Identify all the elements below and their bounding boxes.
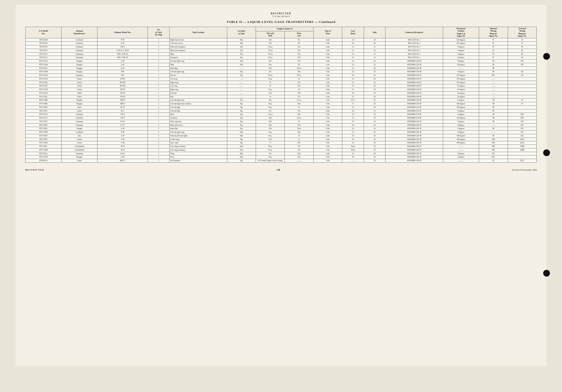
binding-dot-2 — [543, 149, 550, 156]
col-header-internal: InternalWiringDiagramFigure No. — [479, 27, 508, 38]
table-row: 8TJ13LCZGrummanF4F-3, F4F-3A1EmergencyTo… — [25, 56, 537, 59]
table-row: 8TJ17ADYEdoC-472Pontoon (left and right)… — [25, 134, 537, 138]
table-row: 8TJ13LXSLockheedP-381Left-front reserveS… — [25, 42, 537, 45]
table-row: 8TJ17AAKVulteeXP-541Forward.........18¼1… — [25, 91, 537, 95]
table-row: 8TJ17AABDouglasA-262MainSide4½₂26Cork3:2… — [25, 63, 537, 67]
table-row: 8TJ17ADLDouglasA-262Bomb BayTop10¾15¹₁₆C… — [25, 127, 537, 131]
col-header-recept: ReceptaclePositionAngle A inFigure 94 — [443, 27, 479, 38]
header-to-number: T. O. No. 05-55A-3 — [25, 15, 537, 18]
col-header-length: Length in Inches of — [256, 27, 314, 31]
table-row: 8TJ17AANGrummanF6F1ReserveTop13½₁₆16¹¹₁₆… — [25, 74, 537, 77]
table-row: 8TJ13LCYGrummanF4F-3, F4F-3A1MainTop13½₁… — [25, 52, 537, 56]
table-row: 8TJ17ACFCurtissSC-12Left and rightTop6¾8… — [25, 109, 537, 113]
table-row: 8TJ13LY8GrummanF4F-52Main and emergencyT… — [25, 45, 537, 49]
table-row: 8TJ18LAACurtissSB2C-21Fuel QuantityTop42… — [25, 159, 537, 163]
table-row: 8TJ17AGLGrummanF-6-F1WingSide6⅝18½Cork3:… — [25, 152, 537, 155]
col-header-airplane: AirplaneManufacturer — [61, 27, 97, 38]
col-header-float: FloatArm — [285, 31, 313, 38]
table-row: 8TJ17AADCurtissXP-621Left wing.........5… — [25, 77, 537, 81]
table-row: 8TJ17AACDouglasA-262Bomb Bay.........16¾… — [25, 67, 537, 70]
binding-dot-1 — [543, 53, 550, 60]
table-row: 8TJ17AAFCurtissXP-60A1Left wing.........… — [25, 84, 537, 88]
col-header-tube: Tube andShell — [256, 31, 285, 38]
table-row: 8TJ17ABHDouglasSBD-52Left and right main… — [25, 99, 537, 102]
table-row: 8TJ17AEFCurtissC-462Center wingTop10¾12C… — [25, 138, 537, 141]
col-header-ge: G-E ModelNos. — [25, 27, 61, 38]
table-row: 8TJ17ACYColumbiaJ2F-61AuxiliaryTop10¾23¹… — [25, 116, 537, 120]
table-row: 8TJ17AALVulteeXP-541Rear.........1417¾Co… — [25, 95, 537, 99]
table-row: 8TJ13LXRLockheedP-381Right-front reserve… — [25, 38, 537, 42]
table-row: 8TJ17AAHCurtissXP-621Right wing.........… — [25, 88, 537, 91]
col-header-model: Airplane Model Nos. — [97, 27, 148, 38]
col-header-gear: GearRatio — [342, 27, 364, 38]
col-header-units: No.of UnitsPer Ship — [148, 27, 170, 38]
col-header-connector: Connector Receptacle — [386, 27, 443, 38]
table-row: 8TJ17AAECurtissXP-60A1Right wing........… — [25, 81, 537, 84]
table-row: 8TJ17ACZGrummanF-6-F1Water injectionTop1… — [25, 120, 537, 123]
table-row: 8TJ17ABKDouglasSBD-52Left and right main… — [25, 102, 537, 106]
col-header-tank: Tank Location — [169, 27, 227, 38]
binding-dot-3 — [543, 270, 550, 277]
table-row: 8TJ17AELConsolidatedB-242Left wing (auxi… — [25, 145, 537, 148]
table-row: 8TJ17AEMConsolidatedB-241Left wing (auxi… — [25, 148, 537, 152]
footer-restricted: RESTRICTED — [25, 169, 44, 171]
table-row: 8TJ17ACXColumbiaJ2F-61MainTop13½₁₆18¾Cor… — [25, 113, 537, 116]
header-restricted: RESTRICTED — [25, 12, 537, 15]
table-row: 8TJ17AAADouglasA-262Left and right wingS… — [25, 59, 537, 63]
table-row: 8TJ17AGNDouglasA-261FerrySide4½₁₆22¾Cork… — [25, 155, 537, 159]
table-row: 8TJ17ADCGrummanF-7-F2Main and reserveTop… — [25, 123, 537, 127]
main-table: G-E ModelNos. AirplaneManufacturer Airpl… — [25, 27, 537, 163]
page: RESTRICTED T. O. No. 05-55A-3 TABLE II —… — [16, 5, 546, 366]
footer-revised: Revised 10 November 1944 — [512, 169, 537, 171]
col-header-type: Type ofFloat — [313, 27, 342, 38]
table-title: TABLE II — LIQUID-LEVEL GAGE TRANSMITTER… — [25, 20, 537, 24]
table-row: 8TJ17ABVRyanPT-252Left and rightTop4½₁₆1… — [25, 106, 537, 109]
footer-page: 12B — [276, 169, 280, 171]
table-row: 8TJ17ADNLockheedP-382Left and right wing… — [25, 131, 537, 134]
table-row: 8TJ17AEHCurtissC-462Inner wingTop7½10½Co… — [25, 141, 537, 145]
col-header-volts: Volts — [364, 27, 386, 38]
table-row: 8TJ13LY9GrummanG-36-A, G-36-D2Main and e… — [25, 49, 537, 52]
footer: RESTRICTED 12B Revised 10 November 1944 — [25, 168, 537, 171]
col-header-location: Locationin Tank — [227, 27, 256, 38]
col-header-external: ExternalWiringDiagramFigure No. — [508, 27, 537, 38]
table-row: 8TJ17AAMDouglasF6F1Left and right wingTo… — [25, 70, 537, 74]
